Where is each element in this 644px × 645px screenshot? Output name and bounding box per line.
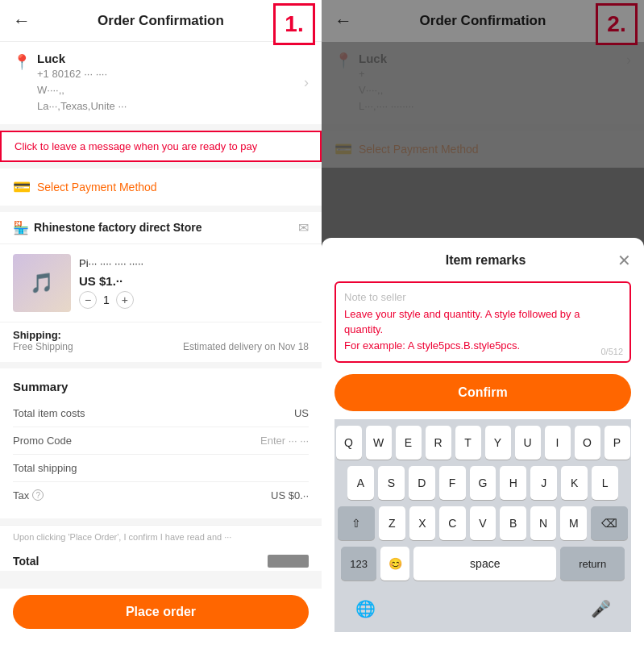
key-Y[interactable]: Y	[485, 426, 511, 460]
summary-value-1: Enter ··· ···	[260, 435, 309, 447]
left-back-button[interactable]: ←	[13, 10, 31, 31]
key-F[interactable]: F	[439, 466, 466, 500]
summary-section: Summary Total item costs US Promo Code E…	[0, 368, 322, 518]
key-123[interactable]: 123	[341, 547, 376, 580]
total-bar: Total ··· ·· ··	[0, 548, 322, 571]
key-L[interactable]: L	[592, 466, 618, 500]
summary-value-0: US	[294, 407, 309, 419]
total-value: ··· ·· ··	[268, 555, 309, 568]
key-U[interactable]: U	[515, 426, 541, 460]
key-I[interactable]: I	[545, 426, 571, 460]
summary-label-0: Total item costs	[13, 407, 85, 419]
modal-close-button[interactable]: ✕	[617, 251, 631, 270]
product-row: 🎵 Pi··· ···· ···· ····· US $1.·· − 1 +	[0, 244, 322, 322]
store-name: Rhinestone factory direct Store	[34, 221, 202, 234]
key-V[interactable]: V	[470, 506, 497, 540]
keyboard-row-4: 123 😊 space return	[338, 547, 628, 580]
key-J[interactable]: J	[530, 466, 557, 500]
address-name: Luck	[37, 52, 127, 65]
right-panel: ← Order Confirmation 2. 📍 Luck + V····,,…	[322, 0, 644, 645]
footer-note: Upon clicking 'Place Order', I confirm I…	[0, 525, 322, 548]
key-H[interactable]: H	[500, 466, 526, 500]
modal-overlay: Item remarks ✕ Note to seller Leave your…	[322, 0, 644, 645]
modal-hint: Leave your style and quantity. A style f…	[344, 308, 580, 352]
key-Q[interactable]: Q	[336, 426, 362, 460]
key-return[interactable]: return	[560, 547, 625, 580]
key-shift[interactable]: ⇧	[338, 506, 375, 540]
summary-row-1[interactable]: Promo Code Enter ··· ···	[13, 429, 309, 452]
location-icon: 📍	[13, 53, 31, 71]
shipping-free: Free Shipping	[13, 341, 73, 352]
tax-info-icon[interactable]: ?	[32, 489, 44, 501]
address-phone: +1 80162 ··· ····	[37, 67, 127, 81]
key-S[interactable]: S	[378, 466, 405, 500]
key-N[interactable]: N	[530, 506, 557, 540]
total-label: Total	[13, 555, 39, 568]
key-D[interactable]: D	[409, 466, 435, 500]
modal-header: Item remarks ✕	[334, 251, 631, 270]
key-E[interactable]: E	[396, 426, 422, 460]
product-image: 🎵	[13, 254, 71, 312]
product-price: US $1.··	[79, 274, 309, 288]
key-Z[interactable]: Z	[379, 506, 405, 540]
place-order-button[interactable]: Place order	[13, 595, 309, 629]
payment-label: Select Payment Method	[37, 181, 157, 194]
summary-label-2: Total shipping	[13, 462, 77, 474]
key-globe[interactable]: 🌐	[351, 592, 380, 626]
address-line1: W····,,	[37, 83, 127, 98]
left-scroll-content: 📍 Luck +1 80162 ··· ···· W····,, La···,T…	[0, 42, 322, 589]
key-emoji[interactable]: 😊	[380, 547, 409, 580]
shipping-estimated: Estimated delivery on Nov 18	[183, 341, 309, 352]
key-W[interactable]: W	[366, 426, 392, 460]
address-chevron-icon: ›	[304, 74, 309, 91]
keyboard-row-1: Q W E R T Y U I O P	[338, 426, 628, 460]
modal-char-count: 0/512	[600, 347, 623, 356]
product-name: Pi··· ···· ···· ·····	[79, 256, 309, 271]
item-remarks-modal: Item remarks ✕ Note to seller Leave your…	[322, 238, 644, 646]
product-details: Pi··· ···· ···· ····· US $1.·· − 1 +	[79, 256, 309, 309]
key-space[interactable]: space	[413, 547, 556, 580]
keyboard-row-3: ⇧ Z X C V B N M ⌫	[338, 506, 628, 540]
key-T[interactable]: T	[455, 426, 481, 460]
address-line2: La···,Texas,Unite ···	[37, 99, 127, 114]
key-mic[interactable]: 🎤	[586, 592, 615, 626]
qty-minus-button[interactable]: −	[79, 291, 97, 309]
qty-control: − 1 +	[79, 291, 309, 309]
keyboard-bottom-bar: 🌐 🎤	[338, 587, 628, 629]
key-X[interactable]: X	[409, 506, 436, 540]
left-page-title: Order Confirmation	[37, 13, 285, 29]
key-P[interactable]: P	[605, 426, 630, 460]
summary-title: Summary	[13, 380, 309, 393]
shipping-row: Shipping: Free Shipping Estimated delive…	[0, 322, 322, 362]
key-K[interactable]: K	[561, 466, 588, 500]
summary-row-2: Total shipping	[13, 456, 309, 480]
key-O[interactable]: O	[575, 426, 600, 460]
address-card[interactable]: 📍 Luck +1 80162 ··· ···· W····,, La···,T…	[0, 42, 322, 124]
store-edit-icon[interactable]: ✉	[298, 220, 309, 235]
key-A[interactable]: A	[347, 466, 374, 500]
left-panel: ← Order Confirmation 1. 📍 Luck +1 80162 …	[0, 0, 322, 645]
qty-plus-button[interactable]: +	[116, 291, 134, 309]
qty-value: 1	[103, 293, 110, 306]
shipping-label: Shipping:	[13, 329, 73, 341]
store-header: 🏪 Rhinestone factory direct Store ✉	[0, 212, 322, 244]
message-banner[interactable]: Click to leave a message when you are re…	[0, 131, 322, 162]
key-M[interactable]: M	[560, 506, 587, 540]
payment-method-row[interactable]: 💳 Select Payment Method	[0, 169, 322, 206]
confirm-button[interactable]: Confirm	[334, 374, 631, 411]
place-order-section: Place order	[0, 589, 322, 645]
keyboard-row-2: A S D F G H J K L	[338, 466, 628, 500]
summary-row-3: Tax ? US $0.··	[13, 484, 309, 507]
modal-textarea-container[interactable]: Note to seller Leave your style and quan…	[334, 281, 631, 364]
keyboard: Q W E R T Y U I O P A S D F G	[334, 419, 631, 632]
modal-placeholder: Note to seller	[344, 291, 621, 303]
key-R[interactable]: R	[426, 426, 451, 460]
key-G[interactable]: G	[470, 466, 497, 500]
key-delete[interactable]: ⌫	[591, 506, 628, 540]
payment-icon: 💳	[13, 178, 31, 196]
modal-title: Item remarks	[354, 253, 617, 268]
key-B[interactable]: B	[500, 506, 526, 540]
summary-label-3: Tax ?	[13, 489, 44, 501]
summary-value-3: US $0.··	[271, 489, 309, 501]
key-C[interactable]: C	[439, 506, 466, 540]
